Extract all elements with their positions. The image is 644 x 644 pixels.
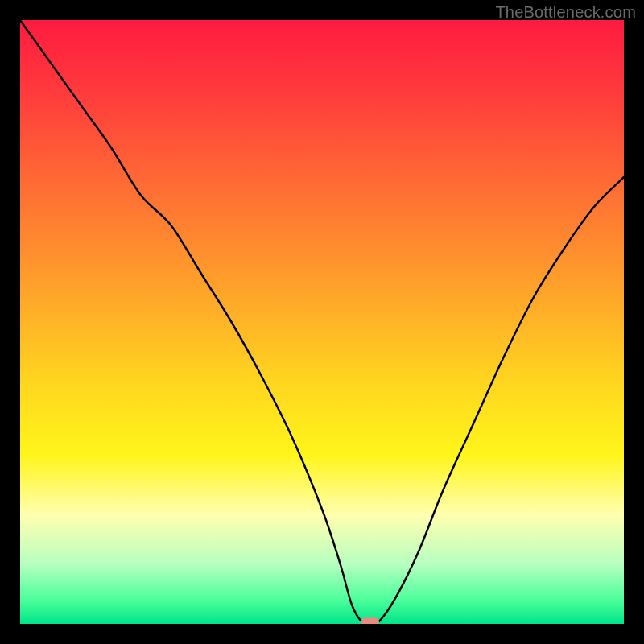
plot-svg [20, 20, 624, 624]
chart-frame: TheBottleneck.com [0, 0, 644, 644]
optimal-marker [361, 618, 379, 625]
plot-background [20, 20, 624, 624]
watermark-text: TheBottleneck.com [495, 3, 636, 22]
plot-area [20, 20, 624, 624]
